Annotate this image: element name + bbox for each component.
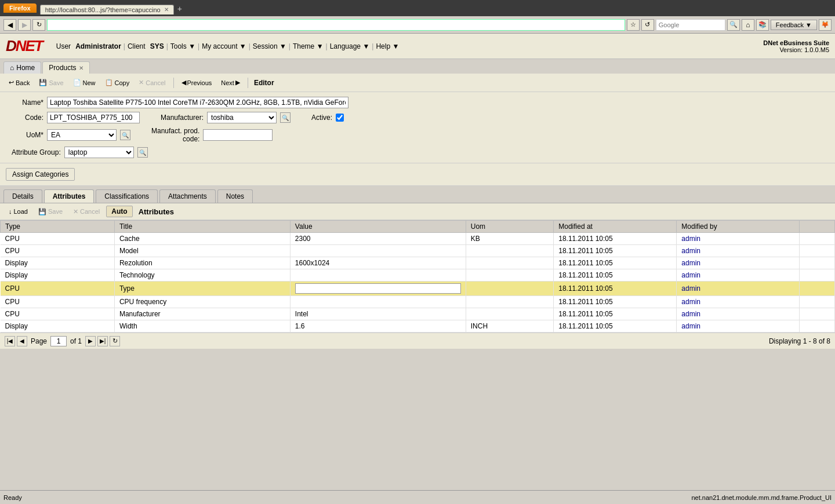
home-nav-btn[interactable]: ⌂ <box>742 19 754 31</box>
cell-type: Display <box>1 269 115 282</box>
search-btn[interactable]: 🔍 <box>727 19 740 31</box>
classifications-tab[interactable]: Classifications <box>96 189 158 203</box>
refresh-page-btn[interactable]: ↺ <box>641 19 654 31</box>
bookmark-btn[interactable]: 📚 <box>756 19 769 31</box>
attributes-table: Type Title Value Uom Modified at Modifie… <box>0 220 835 333</box>
nav-help[interactable]: Help ▼ <box>373 42 401 50</box>
col-modified-by[interactable]: Modified by <box>677 221 800 233</box>
col-title[interactable]: Title <box>114 221 290 233</box>
copy-button[interactable]: 📋 Copy <box>101 77 134 88</box>
previous-button[interactable]: ◀ Previous <box>177 77 216 88</box>
attr-group-search-btn[interactable]: 🔍 <box>137 147 148 158</box>
home-tab[interactable]: ⌂ Home <box>3 61 41 74</box>
cell-modified-by: admin <box>677 233 800 245</box>
back-button[interactable]: ↩ Back <box>5 77 34 88</box>
table-row[interactable]: DisplayRezolution1600x102418.11.2011 10:… <box>1 257 835 269</box>
next-page-btn[interactable]: ▶ <box>85 336 96 346</box>
tab-close-icon[interactable]: ✕ <box>164 6 169 13</box>
inner-cancel-icon: ✕ <box>73 208 78 216</box>
cell-title: Rezolution <box>114 257 290 269</box>
nav-sys[interactable]: SYS <box>148 42 166 50</box>
inner-cancel-button[interactable]: ✕ Cancel <box>69 206 104 217</box>
auto-button[interactable]: Auto <box>106 206 132 217</box>
first-page-btn[interactable]: |◀ <box>5 336 15 346</box>
nav-language[interactable]: Language ▼ <box>328 42 372 50</box>
manuf-prod-code-input[interactable] <box>203 129 273 141</box>
notes-tab[interactable]: Notes <box>217 189 253 203</box>
table-row[interactable]: DisplayTechnology18.11.2011 10:05admin <box>1 269 835 282</box>
prev-page-btn[interactable]: ◀ <box>17 336 27 346</box>
load-button[interactable]: ↓ Load <box>5 206 32 217</box>
active-checkbox[interactable] <box>336 114 344 122</box>
forward-nav-btn[interactable]: ▶ <box>18 19 31 31</box>
inner-save-button[interactable]: 💾 Save <box>34 206 67 217</box>
uom-select[interactable]: EA <box>47 129 117 141</box>
manufacturer-search-btn[interactable]: 🔍 <box>280 112 291 123</box>
uom-search-btn[interactable]: 🔍 <box>120 130 130 140</box>
last-page-btn[interactable]: ▶| <box>97 336 108 346</box>
cell-value[interactable] <box>290 282 466 296</box>
cell-value: 2300 <box>290 233 466 245</box>
table-row[interactable]: DisplayWidth1.6INCH18.11.2011 10:05admin <box>1 320 835 333</box>
name-input[interactable]: Laptop Toshiba Satellite P775-100 Intel … <box>47 97 348 108</box>
new-tab-button[interactable]: + <box>177 4 182 13</box>
table-row[interactable]: CPUType18.11.2011 10:05admin <box>1 282 835 296</box>
browser-top-bar: Firefox http://localhost:80...js/?theme=… <box>0 0 835 16</box>
nav-tools[interactable]: Tools ▼ <box>168 42 198 50</box>
nav-theme[interactable]: Theme ▼ <box>291 42 326 50</box>
address-input[interactable]: localhost:8089/nan21.dnet.core.web/ui/ex… <box>47 19 625 31</box>
col-uom[interactable]: Uom <box>466 221 553 233</box>
nav-client: Client <box>125 42 148 50</box>
app-logo: DNET <box>6 37 42 55</box>
table-row[interactable]: CPUCache2300KB18.11.2011 10:05admin <box>1 233 835 245</box>
nav-session[interactable]: Session ▼ <box>251 42 289 50</box>
col-type[interactable]: Type <box>1 221 115 233</box>
next-button[interactable]: Next ▶ <box>217 77 244 88</box>
col-actions <box>800 221 835 233</box>
products-tab-close[interactable]: ✕ <box>79 65 84 71</box>
new-button[interactable]: 📄 New <box>69 77 100 88</box>
attributes-tab[interactable]: Attributes <box>44 189 95 203</box>
nav-administrator[interactable]: Administrator <box>73 42 124 50</box>
attr-group-select[interactable]: laptop <box>64 147 134 158</box>
app-info: DNet eBusiness Suite Version: 1.0.0.M5 <box>763 39 829 53</box>
nav-myaccount[interactable]: My account ▼ <box>199 42 249 50</box>
manufacturer-select[interactable]: toshiba <box>207 112 277 123</box>
details-tab[interactable]: Details <box>3 189 42 203</box>
cancel-button[interactable]: ✕ Cancel <box>135 77 169 88</box>
home-icon: ⌂ <box>10 64 14 72</box>
table-row[interactable]: CPUCPU frequency18.11.2011 10:05admin <box>1 296 835 308</box>
cell-value-input[interactable] <box>295 283 461 294</box>
code-row: Code: LPT_TOSHIBA_P775_100 Manufacturer:… <box>12 112 823 123</box>
load-icon: ↓ <box>9 208 12 215</box>
next-icon: ▶ <box>235 79 240 86</box>
table-row[interactable]: CPUModel18.11.2011 10:05admin <box>1 245 835 257</box>
name-row: Name* Laptop Toshiba Satellite P775-100 … <box>12 97 823 108</box>
cell-modified-at: 18.11.2011 10:05 <box>554 320 677 333</box>
save-button[interactable]: 💾 Save <box>35 77 67 88</box>
attachments-tab[interactable]: Attachments <box>159 189 216 203</box>
google-search-input[interactable] <box>656 19 725 31</box>
back-nav-btn[interactable]: ◀ <box>3 19 16 31</box>
page-input[interactable]: 1 <box>50 336 67 346</box>
section-tabs-bar: Details Attributes Classifications Attac… <box>0 186 835 203</box>
uom-row: UoM* EA 🔍 Manufact. prod.code: <box>12 127 823 143</box>
feedback-button[interactable]: Feedback ▼ <box>771 20 817 30</box>
browser-tab[interactable]: http://localhost:80...js/?theme=capuccin… <box>40 5 174 14</box>
products-tab[interactable]: Products ✕ <box>42 61 89 74</box>
reload-nav-btn[interactable]: ↻ <box>32 19 45 31</box>
cell-modified-at: 18.11.2011 10:05 <box>554 308 677 320</box>
suite-name: DNet eBusiness Suite <box>763 39 829 46</box>
firefox-button[interactable]: Firefox <box>3 3 37 13</box>
inner-save-label: Save <box>48 208 63 215</box>
code-input[interactable]: LPT_TOSHIBA_P775_100 <box>47 112 140 123</box>
addon-btn[interactable]: 🦊 <box>819 19 832 31</box>
table-row[interactable]: CPUManufacturerIntel18.11.2011 10:05admi… <box>1 308 835 320</box>
new-icon: 📄 <box>73 79 81 86</box>
assign-categories-button[interactable]: Assign Categories <box>6 168 75 181</box>
star-btn[interactable]: ☆ <box>627 19 640 31</box>
refresh-table-btn[interactable]: ↻ <box>110 336 120 346</box>
cell-actions <box>800 296 835 308</box>
col-value[interactable]: Value <box>290 221 466 233</box>
col-modified-at[interactable]: Modified at <box>554 221 677 233</box>
